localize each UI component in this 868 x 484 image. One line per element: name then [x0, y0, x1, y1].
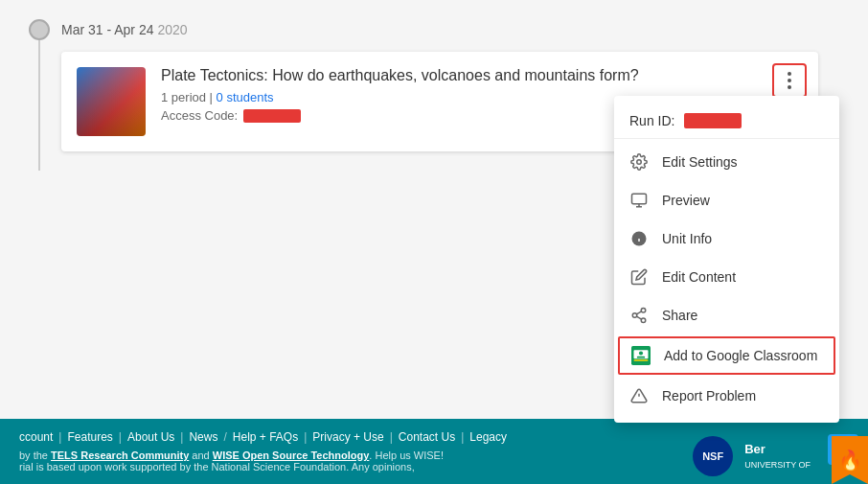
add-google-classroom-label: Add to Google Classroom — [664, 348, 817, 363]
disclaimer-text: rial is based upon work supported by the… — [19, 461, 415, 472]
info-icon — [629, 229, 649, 248]
tels-link[interactable]: TELS Research Community — [51, 449, 189, 461]
footer-link-contact[interactable]: Contact Us — [399, 430, 455, 444]
wise-link[interactable]: WISE Open Source Technology — [213, 449, 370, 461]
three-dot-button[interactable] — [772, 63, 807, 98]
timeline-date: Mar 31 - Apr 24 2020 — [61, 22, 188, 37]
svg-point-0 — [637, 160, 642, 165]
date-range: Mar 31 - Apr 24 — [61, 22, 154, 37]
thumbnail-image — [77, 67, 146, 136]
svg-point-9 — [641, 318, 646, 323]
svg-line-10 — [636, 316, 641, 319]
menu-item-report-problem[interactable]: Report Problem — [614, 377, 839, 415]
students-link[interactable]: 0 students — [217, 90, 274, 104]
unit-thumbnail — [77, 67, 146, 136]
footer-link-news[interactable]: News — [189, 430, 217, 444]
svg-point-14 — [639, 351, 643, 355]
year: 2020 — [157, 22, 187, 37]
footer-link-privacy[interactable]: Privacy + Use — [312, 430, 383, 444]
dot1 — [788, 72, 791, 76]
svg-line-11 — [636, 311, 641, 314]
footer-link-features[interactable]: Features — [67, 430, 112, 444]
gear-icon — [629, 152, 649, 172]
access-code-label: Access Code: — [161, 108, 238, 123]
separator: | — [210, 90, 217, 104]
period-text: 1 period — [161, 90, 206, 104]
run-id-row: Run ID: — [614, 104, 839, 139]
access-code-value — [243, 109, 301, 123]
menu-item-share[interactable]: Share — [614, 296, 839, 334]
unit-info-label: Unit Info — [662, 231, 712, 246]
orange-logo: 🔥 — [832, 436, 868, 484]
footer-link-help[interactable]: Help + FAQs — [233, 430, 298, 444]
run-id-label: Run ID: — [629, 113, 674, 128]
menu-item-edit-content[interactable]: Edit Content — [614, 258, 839, 296]
monitor-icon — [629, 191, 649, 210]
svg-point-8 — [632, 313, 637, 318]
menu-item-unit-info[interactable]: Unit Info — [614, 219, 839, 258]
report-problem-label: Report Problem — [662, 388, 756, 403]
footer-logos: NSF BerUNIVERSITY OF — [693, 436, 811, 476]
preview-label: Preview — [662, 193, 710, 208]
dropdown-menu: Run ID: Edit Settings Preview — [614, 96, 839, 423]
svg-point-7 — [641, 309, 646, 313]
footer: ccount | Features | About Us | News / He… — [0, 419, 868, 484]
share-icon — [629, 306, 649, 325]
google-classroom-icon — [631, 346, 651, 365]
dot3 — [788, 85, 791, 89]
pencil-icon — [629, 267, 649, 287]
footer-link-about[interactable]: About Us — [127, 430, 174, 444]
menu-item-add-google-classroom[interactable]: Add to Google Classroom — [618, 336, 835, 375]
footer-link-account[interactable]: ccount — [19, 430, 53, 444]
svg-rect-1 — [632, 194, 647, 204]
dot2 — [788, 79, 791, 82]
svg-rect-15 — [637, 357, 645, 358]
svg-rect-16 — [634, 359, 649, 361]
menu-item-preview[interactable]: Preview — [614, 181, 839, 219]
timeline-line — [38, 40, 40, 171]
edit-content-label: Edit Content — [662, 269, 736, 285]
footer-link-legacy[interactable]: Legacy — [469, 430, 507, 444]
share-label: Share — [662, 308, 697, 323]
menu-item-edit-settings[interactable]: Edit Settings — [614, 143, 839, 181]
nsf-logo: NSF — [693, 436, 733, 476]
footer-credit-text: by the TELS Research Community and WISE … — [19, 449, 444, 461]
warning-icon — [629, 386, 649, 405]
unit-title: Plate Tectonics: How do earthquakes, vol… — [161, 67, 803, 84]
run-id-value — [684, 113, 742, 128]
timeline-dot — [29, 19, 50, 40]
edit-settings-label: Edit Settings — [662, 154, 738, 170]
berkeley-logo: BerUNIVERSITY OF — [744, 442, 811, 471]
